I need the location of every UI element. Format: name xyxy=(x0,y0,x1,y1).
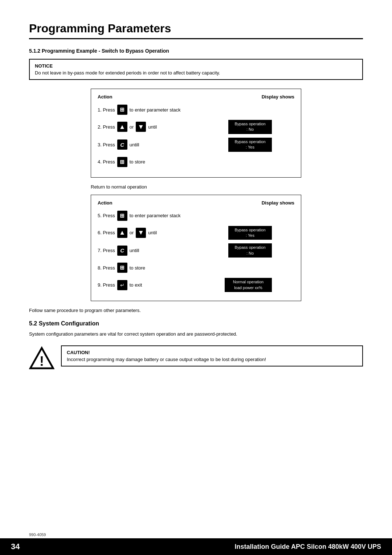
follow-text: Follow same procedure to program other p… xyxy=(29,308,363,313)
table1-header: Action Display shows xyxy=(98,94,294,100)
table-row: 6. Press ▲ or ▼ until Bypass operation: … xyxy=(98,226,294,240)
display-cell-2: Bypass operation: No xyxy=(207,120,272,134)
section-52-title: 5.2 System Configuration xyxy=(29,320,363,327)
table1-display-header: Display shows xyxy=(229,94,294,100)
action-cell-5: 5. Press ⊞ to enter parameter stack xyxy=(98,211,207,221)
step-label-7: 7. Press xyxy=(98,248,115,253)
up-arrow-icon-1: ▲ xyxy=(117,122,127,132)
display-cell-7: Bypass operation: No xyxy=(207,243,272,258)
table-row: 1. Press ⊞ to enter parameter stack xyxy=(98,103,294,116)
step-suffix-3: untill xyxy=(130,142,139,147)
action-cell-3: 3. Press C untill xyxy=(98,139,207,150)
action-cell-7: 7. Press C untill xyxy=(98,246,207,256)
grid-icon-1: ⊞ xyxy=(117,105,127,115)
footer-area: 990-4059 34 Installation Guide APC Silco… xyxy=(0,532,392,555)
step-suffix-8: to store xyxy=(130,265,145,271)
step-label-6: 6. Press xyxy=(98,230,115,235)
action-cell-8: 8. Press ⊞ to store xyxy=(98,263,207,273)
display-cell-3: Bypass operation: Yes xyxy=(207,138,272,152)
enter-icon: ↵ xyxy=(117,280,127,290)
bypass-yes-badge: Bypass operation: Yes xyxy=(228,138,272,152)
table1-action-header: Action xyxy=(98,94,207,100)
bypass-no-badge: Bypass operation: No xyxy=(228,120,272,134)
grid-icon-4: ⊞ xyxy=(117,263,127,273)
step-suffix-5: to enter parameter stack xyxy=(130,213,181,218)
table-row: 7. Press C untill Bypass operation: No xyxy=(98,243,294,258)
table-row: 8. Press ⊞ to store xyxy=(98,261,294,274)
table1: Action Display shows 1. Press ⊞ to enter… xyxy=(91,89,301,178)
display-cell-6: Bypass operation: Yes xyxy=(207,226,272,240)
notice-text: Do not leave in by-pass mode for extende… xyxy=(35,70,357,76)
notice-title: NOTICE xyxy=(35,63,357,69)
table-row: 9. Press ↵ to exit Normal operationload … xyxy=(98,278,294,292)
step-suffix-6: until xyxy=(148,230,157,235)
down-arrow-icon-1: ▼ xyxy=(136,122,146,132)
caution-area: ! CAUTION! Incorrect programming may dam… xyxy=(29,345,363,371)
or-label-2: or xyxy=(130,230,134,235)
title-divider xyxy=(29,38,363,39)
grid-icon-3: ⊞ xyxy=(117,211,127,221)
action-cell-4: 4. Press ⊞ to store xyxy=(98,157,207,167)
step-suffix-9: to exit xyxy=(130,282,142,288)
svg-text:!: ! xyxy=(40,354,44,369)
table2: Action Display shows 5. Press ⊞ to enter… xyxy=(91,195,301,301)
page-content: Programming Parameters 5.1.2 Programming… xyxy=(0,0,392,555)
table-row: 3. Press C untill Bypass operation: Yes xyxy=(98,138,294,152)
section-512-heading: 5.1.2 Programming Example - Switch to By… xyxy=(29,48,363,54)
table-row: 5. Press ⊞ to enter parameter stack xyxy=(98,209,294,222)
table-row: 2. Press ▲ or ▼ until Bypass operation: … xyxy=(98,120,294,134)
action-cell-6: 6. Press ▲ or ▼ until xyxy=(98,228,207,238)
bypass-yes-badge-2: Bypass operation: Yes xyxy=(228,226,272,240)
caution-box: CAUTION! Incorrect programming may damag… xyxy=(61,345,363,366)
action-cell-1: 1. Press ⊞ to enter parameter stack xyxy=(98,105,207,115)
table2-header: Action Display shows xyxy=(98,200,294,206)
step-suffix-7: untill xyxy=(130,248,139,253)
footer-doc-num: 990-4059 xyxy=(0,532,392,537)
bypass-no-badge-2: Bypass operation: No xyxy=(228,243,272,258)
caution-title: CAUTION! xyxy=(67,350,357,355)
normal-operation-badge: Normal operationload power xx% xyxy=(225,278,272,292)
step-label-4: 4. Press xyxy=(98,159,115,165)
display-cell-9: Normal operationload power xx% xyxy=(207,278,272,292)
c-button-icon-2: C xyxy=(117,246,127,256)
up-arrow-icon-2: ▲ xyxy=(117,228,127,238)
step-label-9: 9. Press xyxy=(98,282,115,288)
caution-text: Incorrect programming may damage battery… xyxy=(67,357,357,362)
step-suffix-1: to enter parameter stack xyxy=(130,107,181,113)
table2-action-header: Action xyxy=(98,200,207,206)
c-button-icon-1: C xyxy=(117,139,127,150)
notice-box: NOTICE Do not leave in by-pass mode for … xyxy=(29,59,363,80)
footer-bar: 34 Installation Guide APC Silcon 480kW 4… xyxy=(0,538,392,555)
step-label-8: 8. Press xyxy=(98,265,115,271)
or-label-1: or xyxy=(130,124,134,130)
step-suffix-2: until xyxy=(148,124,157,130)
footer-title: Installation Guide APC Silcon 480kW 400V… xyxy=(235,543,381,551)
grid-icon-2: ⊞ xyxy=(117,157,127,167)
action-cell-2: 2. Press ▲ or ▼ until xyxy=(98,122,207,132)
step-label-2: 2. Press xyxy=(98,124,115,130)
return-text: Return to normal operation xyxy=(91,184,363,190)
table2-display-header: Display shows xyxy=(229,200,294,206)
section-52-text: System configuration parameters are vita… xyxy=(29,331,363,338)
step-label-1: 1. Press xyxy=(98,107,115,113)
action-cell-9: 9. Press ↵ to exit xyxy=(98,280,207,290)
footer-page-number: 34 xyxy=(11,542,20,551)
step-suffix-4: to store xyxy=(130,159,145,165)
table-row: 4. Press ⊞ to store xyxy=(98,155,294,169)
page-title: Programming Parameters xyxy=(29,22,363,35)
warning-triangle-icon: ! xyxy=(29,345,54,371)
step-label-5: 5. Press xyxy=(98,213,115,218)
section-52: 5.2 System Configuration System configur… xyxy=(29,320,363,371)
down-arrow-icon-2: ▼ xyxy=(136,228,146,238)
step-label-3: 3. Press xyxy=(98,142,115,147)
